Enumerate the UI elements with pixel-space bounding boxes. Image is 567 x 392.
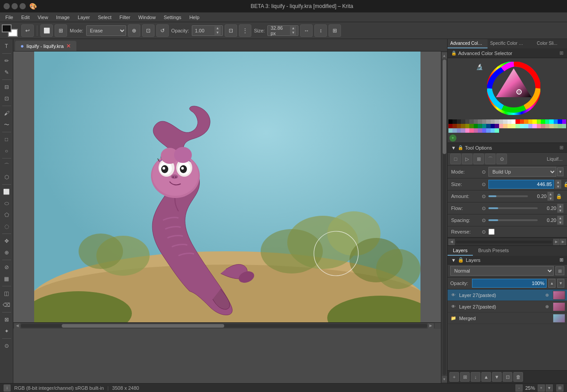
layer-extra-1[interactable]: ⊕ — [543, 303, 551, 311]
palette-swatch-7[interactable] — [478, 119, 482, 124]
palette-swatch-51[interactable] — [545, 124, 549, 128]
canvas-vertical-scrollbar[interactable]: ▲ ▼ — [441, 51, 447, 383]
scroll-left-btn[interactable]: ◀ — [14, 323, 20, 329]
size-input[interactable] — [488, 180, 554, 189]
delete-layer-btn[interactable]: 🗑 — [513, 372, 523, 382]
palette-swatch-14[interactable] — [508, 119, 511, 124]
close-button[interactable]: ✕ — [4, 3, 10, 9]
refresh-btn[interactable]: ↺ — [156, 24, 169, 37]
lock-alpha-btn[interactable]: ⊡ — [142, 24, 155, 37]
palette-swatch-61[interactable] — [469, 128, 473, 133]
tab-color-sliders[interactable]: Color Sli... — [527, 39, 567, 48]
eyedropper-btn[interactable]: 🔬 — [475, 62, 484, 71]
palette-swatch-8[interactable] — [482, 119, 486, 124]
tool-brush[interactable]: 🖌 — [1, 108, 12, 119]
h-scroll-thumb[interactable] — [62, 324, 224, 328]
palette-swatch-30[interactable] — [457, 124, 461, 128]
opacity-spin-up[interactable]: ▲ — [548, 279, 555, 288]
palette-swatch-25[interactable] — [554, 119, 558, 124]
palette-swatch-26[interactable] — [558, 119, 562, 124]
palette-swatch-50[interactable] — [541, 124, 545, 128]
tool-zoom[interactable]: ⊕ — [1, 247, 12, 258]
palette-swatch-22[interactable] — [541, 119, 545, 124]
layer-item-2[interactable]: 📁 Merged — [448, 313, 567, 324]
opacity-extra-btn[interactable]: ⋮ — [239, 24, 251, 37]
spacing-spin-up[interactable]: ▲ — [557, 216, 563, 220]
palette-swatch-33[interactable] — [469, 124, 473, 128]
palette-swatch-12[interactable] — [499, 119, 503, 124]
palette-swatch-65[interactable] — [486, 128, 490, 133]
palette-swatch-11[interactable] — [495, 119, 499, 124]
liquify-shear-icon[interactable]: ⌒ — [485, 154, 496, 164]
menu-item-layer[interactable]: Layer — [74, 14, 94, 21]
amount-slider-track[interactable] — [488, 195, 528, 197]
liquify-color-icon[interactable]: ⊙ — [496, 154, 507, 164]
v-scroll-track[interactable] — [443, 59, 446, 375]
palette-swatch-1[interactable] — [452, 119, 456, 124]
layer-blend-mode[interactable]: Normal Multiply Screen — [450, 266, 554, 276]
palette-swatch-21[interactable] — [537, 119, 541, 124]
tool-polygon[interactable]: ⬡ — [1, 172, 12, 182]
scroll-up-btn[interactable]: ▲ — [442, 52, 447, 59]
flow-slider-track[interactable] — [488, 207, 538, 209]
palette-swatch-10[interactable] — [491, 119, 495, 124]
mode-icon[interactable]: ⊕ — [128, 24, 140, 37]
tool-options-header[interactable]: ▼ 🔒 Tool Options ⊞ — [448, 143, 567, 153]
flow-spin-up[interactable]: ▲ — [557, 204, 563, 208]
scroll-down-btn[interactable]: ▼ — [442, 376, 447, 382]
palette-swatch-15[interactable] — [511, 119, 515, 124]
palette-swatch-32[interactable] — [465, 124, 469, 128]
palette-swatch-64[interactable] — [482, 128, 486, 133]
group-layers-btn[interactable]: ⊡ — [503, 372, 512, 382]
palette-swatch-4[interactable] — [465, 119, 469, 124]
palette-swatch-46[interactable] — [524, 124, 528, 128]
size-spin-up[interactable]: ▲ — [290, 26, 296, 31]
palette-swatch-36[interactable] — [482, 124, 486, 128]
menu-item-filter[interactable]: Filter — [116, 14, 134, 21]
layer-item-0[interactable]: 👁 Layer 27(pasted) ⊕ — [448, 289, 567, 301]
palette-swatch-47[interactable] — [528, 124, 532, 128]
palette-swatch-42[interactable] — [508, 124, 511, 128]
opacity-spinbox[interactable]: 1.00 ▲ ▼ — [192, 25, 223, 36]
tool-rect[interactable]: □ — [1, 134, 12, 145]
tab-advanced-color[interactable]: Advanced Color Sel... — [448, 39, 488, 48]
amount-lock-icon[interactable]: 🔒 — [555, 192, 563, 201]
palette-swatch-29[interactable] — [452, 124, 456, 128]
layer-vis-0[interactable]: 👁 — [449, 291, 457, 299]
size-spin-up[interactable]: ▲ — [555, 180, 561, 184]
canvas-tab-active[interactable]: ● liquify - liquify.kra ✕ — [15, 41, 76, 51]
palette-swatch-44[interactable] — [515, 124, 519, 128]
opacity-spin-down[interactable]: ▼ — [214, 31, 221, 35]
opacity-spin-buttons[interactable]: ▲ ▼ — [214, 26, 221, 35]
v-scroll-thumb[interactable] — [443, 59, 446, 154]
palette-swatch-5[interactable] — [469, 119, 473, 124]
tab-brush-presets[interactable]: Brush Presets — [473, 246, 514, 256]
palette-swatch-16[interactable] — [515, 119, 519, 124]
zoom-in-btn[interactable]: + — [538, 384, 545, 392]
layer-grid-btn[interactable]: ⊞ — [555, 266, 564, 275]
reset-colors-button[interactable]: ↩ — [21, 24, 34, 37]
tool-transform[interactable]: T — [1, 41, 12, 51]
panel-scroll-extra[interactable]: ▶ — [560, 239, 566, 245]
palette-swatch-60[interactable] — [465, 128, 469, 133]
tool-move[interactable]: ✥ — [1, 236, 12, 246]
tool-btn-2[interactable]: ⊞ — [55, 24, 67, 37]
palette-swatch-3[interactable] — [461, 119, 465, 124]
size-spin-down[interactable]: ▼ — [290, 31, 296, 35]
opacity-spin-up[interactable]: ▲ — [214, 26, 221, 31]
palette-swatch-20[interactable] — [532, 119, 536, 124]
palette-swatch-34[interactable] — [474, 124, 478, 128]
zoom-out-btn[interactable]: - — [515, 384, 523, 392]
palette-swatch-40[interactable] — [499, 124, 503, 128]
liquify-mode-select[interactable]: Build Up Wash — [488, 167, 556, 177]
amount-spin-down[interactable]: ▼ — [547, 196, 554, 201]
palette-swatch-28[interactable] — [448, 124, 452, 128]
tool-path[interactable]: ⌒ — [1, 160, 12, 171]
tool-fill[interactable]: ▦ — [1, 273, 12, 284]
liquify-scale-icon[interactable]: ⊞ — [473, 154, 484, 164]
panel-scroll-right[interactable]: ▶ — [553, 239, 559, 245]
size-spin-buttons[interactable]: ▲ ▼ — [290, 26, 296, 35]
fit-view-btn[interactable]: ⊞ — [556, 384, 563, 392]
palette-swatch-27[interactable] — [562, 119, 566, 124]
palette-swatch-54[interactable] — [558, 124, 562, 128]
